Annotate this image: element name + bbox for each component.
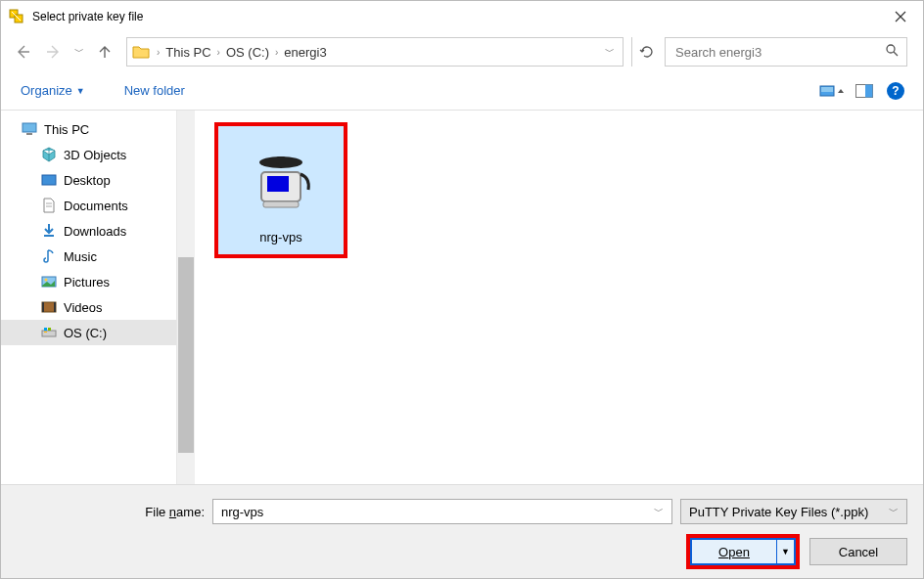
folder-icon	[131, 42, 151, 62]
open-label: Open	[718, 545, 750, 559]
filename-label: File name:	[17, 505, 205, 519]
window-title: Select private key file	[32, 10, 878, 23]
search-input[interactable]	[673, 44, 885, 61]
chevron-right-icon: ›	[273, 47, 280, 58]
forward-button[interactable]	[40, 38, 68, 66]
svg-rect-10	[26, 133, 32, 135]
open-highlight: Open ▼	[686, 534, 800, 569]
svg-rect-22	[48, 328, 51, 331]
music-icon	[40, 247, 58, 265]
file-list[interactable]: nrg-vps	[195, 111, 923, 484]
filetype-dropdown[interactable]: PuTTY Private Key Files (*.ppk) ﹀	[680, 499, 907, 524]
svg-rect-19	[54, 302, 56, 312]
crumb-folder[interactable]: energi3	[280, 45, 330, 60]
svg-rect-25	[276, 156, 286, 164]
file-label: nrg-vps	[222, 224, 340, 245]
body: This PC 3D Objects Desktop Documents Dow…	[1, 111, 923, 484]
titlebar: Select private key file	[1, 1, 923, 32]
svg-rect-11	[42, 175, 56, 185]
file-nrg-vps[interactable]: nrg-vps	[214, 122, 347, 258]
sidebar: This PC 3D Objects Desktop Documents Dow…	[1, 111, 177, 484]
sidebar-scrollbar[interactable]	[177, 111, 195, 484]
file-dialog: Select private key file ﹀ › This PC › OS…	[0, 0, 924, 579]
chevron-down-icon[interactable]: ﹀	[654, 505, 664, 518]
picture-icon	[40, 273, 58, 290]
tree-desktop[interactable]: Desktop	[1, 167, 176, 193]
chevron-down-icon: ﹀	[889, 505, 899, 518]
crumb-this-pc[interactable]: This PC	[162, 45, 214, 60]
drive-icon	[40, 324, 58, 341]
filename-input[interactable]: nrg-vps ﹀	[212, 499, 672, 524]
back-button[interactable]	[9, 38, 36, 66]
document-icon	[40, 197, 58, 214]
svg-rect-9	[23, 123, 36, 132]
tree-3d-objects[interactable]: 3D Objects	[1, 142, 176, 167]
help-icon: ?	[887, 82, 904, 100]
svg-point-16	[45, 279, 48, 282]
scroll-thumb[interactable]	[178, 257, 194, 453]
navbar: ﹀ › This PC › OS (C:) › energi3 ﹀	[1, 32, 923, 71]
toolbar: Organize ▼ New folder ?	[1, 71, 923, 111]
up-button[interactable]	[91, 38, 118, 66]
ppk-file-icon	[222, 136, 340, 224]
svg-rect-23	[44, 332, 47, 333]
recent-dropdown[interactable]: ﹀	[71, 38, 87, 66]
crumb-drive[interactable]: OS (C:)	[222, 45, 273, 60]
tree-music[interactable]: Music	[1, 244, 176, 269]
svg-rect-18	[42, 302, 44, 312]
svg-rect-28	[263, 201, 299, 207]
svg-rect-14	[44, 235, 54, 237]
svg-point-3	[887, 45, 895, 53]
refresh-button[interactable]	[631, 37, 661, 67]
svg-rect-21	[44, 328, 47, 331]
tree-videos[interactable]: Videos	[1, 294, 176, 320]
open-dropdown[interactable]: ▼	[776, 540, 794, 563]
svg-rect-17	[42, 302, 56, 312]
organize-menu[interactable]: Organize ▼	[13, 79, 93, 102]
tree-this-pc[interactable]: This PC	[1, 116, 176, 142]
footer: File name: nrg-vps ﹀ PuTTY Private Key F…	[1, 484, 923, 578]
chevron-right-icon: ›	[215, 47, 222, 58]
desktop-icon	[40, 171, 58, 189]
cancel-button[interactable]: Cancel	[809, 538, 907, 565]
cube-icon	[40, 146, 58, 163]
pc-icon	[21, 120, 38, 138]
svg-rect-20	[42, 331, 56, 336]
download-icon	[40, 222, 58, 240]
svg-rect-27	[267, 176, 289, 192]
svg-rect-8	[865, 84, 873, 97]
address-dropdown[interactable]: ﹀	[605, 45, 615, 59]
view-mode-button[interactable]	[819, 77, 847, 105]
tree-documents[interactable]: Documents	[1, 193, 176, 218]
address-bar[interactable]: › This PC › OS (C:) › energi3 ﹀	[126, 37, 624, 67]
open-button[interactable]: Open ▼	[690, 538, 796, 565]
tree-pictures[interactable]: Pictures	[1, 269, 176, 294]
search-box[interactable]	[665, 37, 907, 67]
tree-downloads[interactable]: Downloads	[1, 218, 176, 244]
video-icon	[40, 298, 58, 316]
new-folder-button[interactable]: New folder	[116, 79, 193, 102]
chevron-right-icon: ›	[155, 47, 162, 58]
app-icon	[9, 9, 24, 24]
tree-os-drive[interactable]: OS (C:)	[1, 320, 176, 345]
svg-line-4	[894, 52, 898, 56]
help-button[interactable]: ?	[882, 77, 909, 105]
close-button[interactable]	[878, 1, 923, 32]
search-icon	[885, 43, 899, 61]
preview-pane-button[interactable]	[851, 77, 878, 105]
svg-rect-6	[821, 87, 833, 92]
